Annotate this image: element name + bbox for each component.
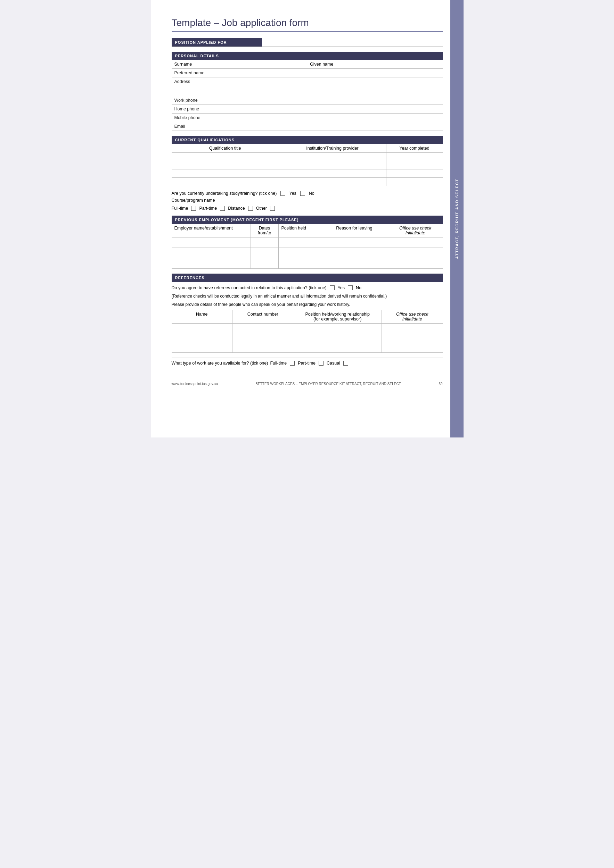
footer-left: www.businesspoint.tas.gov.au [172, 382, 218, 386]
preferred-name-value[interactable] [227, 69, 443, 77]
given-name-label: Given name [307, 60, 342, 68]
qual-row4-col3[interactable] [386, 178, 443, 186]
ref-question-text: Do you agree to have referees contacted … [172, 285, 326, 290]
emp-row-2 [172, 248, 443, 258]
yes-checkbox[interactable] [280, 191, 285, 196]
emp-row2-dates[interactable] [251, 248, 279, 258]
qual-row4-col1[interactable] [172, 178, 279, 186]
address-row: Address [172, 78, 443, 91]
emp-col2-header: Dates from/to [251, 224, 279, 237]
ref-row1-contact[interactable] [232, 324, 293, 333]
work-availability: What type of work are you available for?… [172, 358, 443, 368]
home-phone-value[interactable] [227, 105, 443, 113]
emp-row3-office[interactable] [388, 258, 443, 268]
ref-row3-name[interactable] [172, 343, 232, 352]
yes-label: Yes [289, 191, 296, 196]
work-avail-parttime-checkbox[interactable] [319, 361, 323, 366]
qual-row2-col3[interactable] [386, 161, 443, 169]
name-row: Surname Given name [172, 60, 443, 69]
address-value[interactable] [227, 78, 443, 91]
ref-row1-office[interactable] [382, 324, 442, 333]
emp-row3-reason[interactable] [333, 258, 388, 268]
qual-row-4 [172, 178, 443, 186]
ref-no-checkbox[interactable] [348, 285, 353, 290]
page-container: ATTRACT, RECRUIT AND SELECT Template – J… [151, 0, 463, 437]
emp-row1-position[interactable] [279, 237, 334, 248]
references-section: REFERENCES Do you agree to have referees… [172, 274, 443, 353]
emp-row2-employer[interactable] [172, 248, 251, 258]
position-label: POSITION APPLIED FOR [172, 38, 262, 46]
qual-row4-col2[interactable] [279, 178, 386, 186]
side-tab-text: ATTRACT, RECRUIT AND SELECT [455, 178, 459, 259]
qual-row2-col1[interactable] [172, 161, 279, 169]
emp-col3-header: Position held [279, 224, 334, 237]
emp-row1-employer[interactable] [172, 237, 251, 248]
ref-col3-header: Position held/working relationship (for … [293, 310, 382, 323]
ref-col4-line2: Initial/date [385, 317, 440, 321]
ref-row2-office[interactable] [382, 333, 442, 343]
emp-row1-dates[interactable] [251, 237, 279, 248]
work-avail-question: What type of work are you available for?… [172, 361, 268, 366]
qual-row1-col1[interactable] [172, 153, 279, 161]
personal-header: PERSONAL DETAILS [172, 52, 443, 60]
surname-field: Surname [172, 60, 308, 68]
ref-row3-contact[interactable] [232, 343, 293, 352]
parttime-checkbox[interactable] [220, 206, 225, 211]
employment-section: PREVIOUS EMPLOYMENT (MOST RECENT FIRST P… [172, 215, 443, 269]
ref-row1-name[interactable] [172, 324, 232, 333]
mobile-phone-row: Mobile phone [172, 113, 443, 122]
work-avail-fulltime-checkbox[interactable] [290, 361, 295, 366]
emp-col1-header: Employer name/establishment [172, 224, 251, 237]
personal-section: PERSONAL DETAILS Surname Given name Pref… [172, 52, 443, 131]
qual-col1-header: Qualification title [172, 144, 279, 152]
qualifications-section: CURRENT QUALIFICATIONS Qualification tit… [172, 136, 443, 211]
other-checkbox[interactable] [270, 206, 275, 211]
position-value[interactable] [262, 38, 443, 46]
qual-row1-col2[interactable] [279, 153, 386, 161]
emp-row1-reason[interactable] [333, 237, 388, 248]
emp-row2-reason[interactable] [333, 248, 388, 258]
emp-row3-dates[interactable] [251, 258, 279, 268]
email-value[interactable] [227, 122, 443, 130]
qual-row1-col3[interactable] [386, 153, 443, 161]
references-header: REFERENCES [172, 274, 443, 282]
emp-row3-employer[interactable] [172, 258, 251, 268]
ref-col1-header: Name [172, 310, 232, 323]
ref-yes-checkbox[interactable] [330, 285, 335, 290]
ref-row2-name[interactable] [172, 333, 232, 343]
emp-row2-position[interactable] [279, 248, 334, 258]
emp-row1-office[interactable] [388, 237, 443, 248]
surname-label: Surname [172, 60, 207, 68]
qual-col2-header: Institution/Training provider [279, 144, 386, 152]
qual-row3-col1[interactable] [172, 169, 279, 177]
ref-note2: Please provide details of three people w… [172, 301, 443, 308]
study-question-line: Are you currently undertaking study/trai… [172, 191, 443, 196]
ref-row1-pos[interactable] [293, 324, 382, 333]
emp-row2-office[interactable] [388, 248, 443, 258]
qual-row2-col2[interactable] [279, 161, 386, 169]
ref-row3-pos[interactable] [293, 343, 382, 352]
mobile-phone-value[interactable] [227, 113, 443, 122]
fulltime-checkbox[interactable] [191, 206, 196, 211]
ref-col3-line1: Position held/working relationship [296, 312, 379, 317]
ref-row-2 [172, 333, 443, 343]
qual-row3-col3[interactable] [386, 169, 443, 177]
emp-col5-header: Office use check Initial/date [388, 224, 443, 237]
ref-row3-office[interactable] [382, 343, 442, 352]
ref-row2-pos[interactable] [293, 333, 382, 343]
qual-row3-col2[interactable] [279, 169, 386, 177]
work-phone-value[interactable] [227, 96, 443, 104]
spacer [172, 91, 443, 96]
emp-row3-position[interactable] [279, 258, 334, 268]
parttime-label: Part-time [199, 206, 217, 211]
fulltime-label: Full-time [172, 206, 188, 211]
ref-row2-contact[interactable] [232, 333, 293, 343]
qual-row-1 [172, 153, 443, 161]
ref-no-label: No [356, 285, 361, 290]
distance-checkbox[interactable] [248, 206, 253, 211]
ref-yes-label: Yes [338, 285, 345, 290]
work-avail-casual-checkbox[interactable] [343, 361, 348, 366]
ref-row-1 [172, 324, 443, 333]
no-checkbox[interactable] [300, 191, 305, 196]
no-label: No [309, 191, 314, 196]
